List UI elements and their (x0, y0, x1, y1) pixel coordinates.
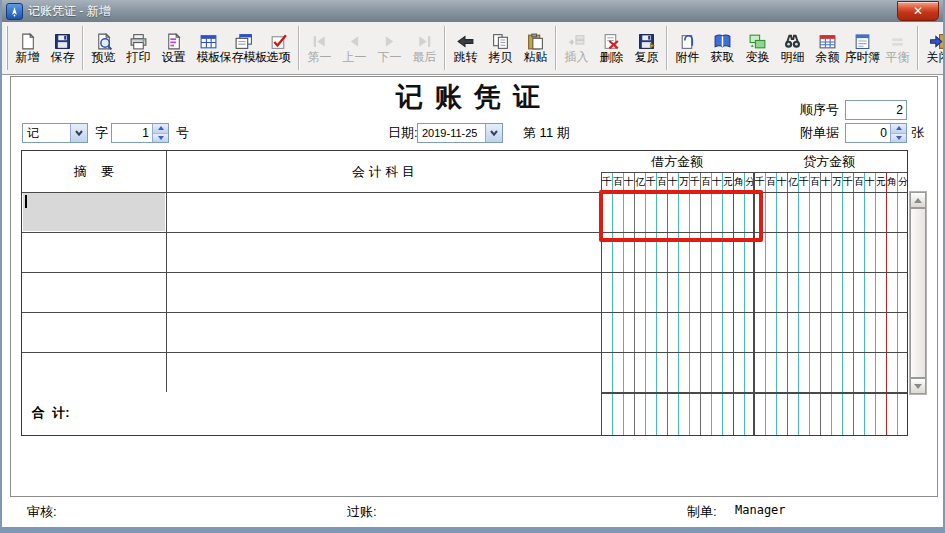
toolbar-button-paste-clipboard[interactable]: 粘贴 (518, 24, 553, 72)
voucher-word-value: 记 (23, 125, 70, 142)
sequence-value: 2 (846, 103, 906, 117)
grid-hline (601, 172, 907, 173)
toolbar-button-label: 第一 (308, 50, 332, 64)
toolbar-button-fetch-book[interactable]: 获取 (705, 24, 740, 72)
date-combobox[interactable]: 2019-11-25 (417, 123, 503, 143)
digit-column-14: 分 (898, 172, 908, 435)
digit-header-label: 角 (734, 172, 744, 191)
toolbar-button-label: 选项 (267, 50, 291, 64)
digit-header-label: 十 (712, 172, 722, 191)
cell-row5-summary[interactable] (22, 352, 166, 392)
toolbar-button-restore-floppy[interactable]: 复原 (629, 24, 664, 72)
toolbar-button-template-grid[interactable]: 模板 (191, 24, 226, 72)
voucher-number-spinner[interactable]: 1 (111, 123, 169, 143)
spin-down-icon (891, 134, 906, 143)
total-row-cell: 合 计: (22, 392, 601, 435)
cell-row2-account[interactable] (166, 232, 601, 272)
toolbar-button-label: 预览 (92, 50, 116, 64)
toolbar-button-label: 保存 (51, 50, 75, 64)
toolbar-button-save-floppy[interactable]: 保存 (45, 24, 80, 72)
chevron-down-icon (489, 129, 499, 137)
date-dropdown-button[interactable] (485, 124, 502, 142)
voucher-word-dropdown-button[interactable] (70, 124, 87, 142)
toolbar-separator (298, 26, 300, 70)
toolbar-button-transform-pages[interactable]: 变换 (740, 24, 775, 72)
account-header: 会 计 科 目 (166, 151, 601, 192)
toolbar-button-jump-arrow[interactable]: 跳转 (448, 24, 483, 72)
toolbar-separator (666, 26, 668, 70)
scroll-up-button[interactable] (910, 192, 926, 208)
toolbar-button-preview[interactable]: 预览 (86, 24, 121, 72)
digit-header-label: 角 (887, 172, 897, 191)
copy-pages-icon (491, 32, 510, 50)
options-check-icon (269, 32, 288, 50)
digit-header-label: 十 (821, 172, 831, 191)
voucher-word-combobox[interactable]: 记 (22, 123, 88, 143)
voucher-number-spin-buttons[interactable] (152, 124, 168, 142)
journal-page-icon (853, 32, 872, 50)
digit-column-6: 百 (810, 172, 821, 435)
cell-row4-account[interactable] (166, 312, 601, 352)
toolbar-button-label: 拷贝 (489, 50, 513, 64)
toolbar-button-close-door[interactable]: 关闭 (921, 24, 945, 72)
save-floppy-icon (53, 32, 72, 50)
scroll-down-button[interactable] (910, 378, 926, 394)
chevron-down-icon (74, 129, 84, 137)
nav-prev-icon (345, 32, 364, 50)
toolbar-button-label: 跳转 (454, 50, 478, 64)
toolbar-button-label: 最后 (413, 50, 437, 64)
toolbar-button-nav-next[interactable]: 下一 (372, 24, 407, 72)
toolbar-button-copy-pages[interactable]: 拷贝 (483, 24, 518, 72)
toolbar-button-label: 余额 (816, 50, 840, 64)
toolbar-button-options-check[interactable]: 选项 (261, 24, 296, 72)
attachment-spin-buttons[interactable] (890, 124, 906, 142)
toolbar-separator (444, 26, 446, 70)
period-label: 第 11 期 (523, 123, 570, 143)
toolbar-button-save-template[interactable]: 保存模板 (226, 24, 261, 72)
attachment-count-spinner[interactable]: 0 (845, 123, 907, 143)
digit-header-label: 千 (602, 172, 612, 191)
cell-row3-account[interactable] (166, 272, 601, 312)
cell-row2-summary[interactable] (22, 232, 166, 272)
toolbar-button-nav-prev[interactable]: 上一 (337, 24, 372, 72)
maker-label: 制单: (687, 503, 717, 521)
digit-header-label: 百 (766, 172, 776, 191)
cell-row1-account[interactable] (166, 192, 601, 232)
template-grid-icon (199, 32, 218, 50)
digit-header-label: 万 (679, 172, 689, 191)
toolbar-button-delete-x[interactable]: 删除 (594, 24, 629, 72)
digit-header-label: 百 (854, 172, 864, 191)
close-button[interactable]: ✕ (897, 1, 939, 21)
cell-row3-summary[interactable] (22, 272, 166, 312)
toolbar-button-detail-binoculars[interactable]: 明细 (775, 24, 810, 72)
toolbar-button-printer[interactable]: 打印 (121, 24, 156, 72)
digit-column-12: 元 (876, 172, 887, 435)
toolbar-button-setup-page[interactable]: 设置 (156, 24, 191, 72)
digit-header-label: 百 (657, 172, 667, 191)
toolbar-button-label: 粘贴 (524, 50, 548, 64)
toolbar-button-label: 删除 (600, 50, 624, 64)
setup-page-icon (164, 32, 183, 50)
sequence-input[interactable]: 2 (845, 100, 907, 120)
toolbar-button-attachment[interactable]: 附件 (670, 24, 705, 72)
toolbar-button-new-doc[interactable]: 新增 (10, 24, 45, 72)
scrollbar-thumb[interactable] (910, 208, 926, 378)
toolbar-button-nav-last[interactable]: 最后 (407, 24, 442, 72)
active-summary-cell[interactable] (23, 193, 165, 231)
toolbar-button-balance-grid[interactable]: 余额 (810, 24, 845, 72)
toolbar-button-nav-first[interactable]: 第一 (302, 24, 337, 72)
toolbar-button-label: 获取 (711, 50, 735, 64)
cell-row4-summary[interactable] (22, 312, 166, 352)
digit-column-4: 亿 (788, 172, 799, 435)
vertical-scrollbar[interactable] (909, 191, 927, 395)
toolbar-button-insert-row[interactable]: 插入 (559, 24, 594, 72)
digit-header-label: 百 (810, 172, 820, 191)
toolbar-button-balance-equal[interactable]: 平衡 (880, 24, 915, 72)
nav-next-icon (380, 32, 399, 50)
cell-row5-account[interactable] (166, 352, 601, 392)
toolbar-button-journal-page[interactable]: 序时簿 (845, 24, 880, 72)
digit-column-2: 百 (766, 172, 777, 435)
delete-x-icon (602, 32, 621, 50)
toolbar-grip (6, 26, 8, 70)
credit-header: 贷方金额 (753, 151, 905, 172)
